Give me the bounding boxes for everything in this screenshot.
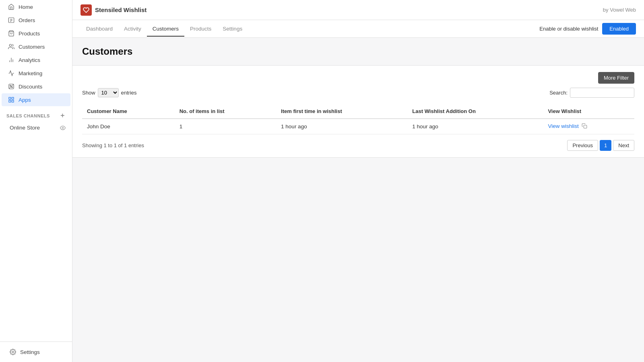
show-entries: Show 10 25 50 100 entries: [82, 88, 137, 97]
content-panel: More Filter Show 10 25 50 100 entries Se…: [72, 65, 644, 158]
col-last-addition: Last Wishlist Addition On: [407, 104, 543, 119]
col-first-time: Item first time in wishlist: [276, 104, 407, 119]
pagination-controls: Previous 1 Next: [567, 140, 634, 151]
showing-text: Showing 1 to 1 of 1 entries: [82, 142, 144, 148]
wishlist-toggle-label: Enable or disable wishlist: [539, 26, 598, 32]
pagination-row: Showing 1 to 1 of 1 entries Previous 1 N…: [82, 140, 634, 151]
customers-icon: [8, 43, 14, 50]
svg-rect-16: [12, 100, 14, 102]
previous-button[interactable]: Previous: [567, 140, 598, 151]
sidebar-bottom: Settings: [0, 341, 72, 362]
sidebar-label-home: Home: [19, 4, 33, 10]
sidebar-label-marketing: Marketing: [19, 70, 42, 76]
tab-activity[interactable]: Activity: [118, 22, 147, 37]
analytics-icon: [8, 57, 14, 63]
home-icon: [8, 4, 14, 10]
products-icon: [8, 30, 14, 37]
sidebar-item-online-store[interactable]: Online Store: [0, 121, 72, 134]
svg-rect-0: [8, 18, 14, 23]
wishlist-toggle: Enable or disable wishlist Enabled: [539, 23, 636, 35]
more-filter-button[interactable]: More Filter: [598, 72, 634, 84]
eye-svg: [60, 125, 66, 131]
table-row: John Doe 1 1 hour ago 1 hour ago View wi…: [82, 119, 634, 134]
search-label: Search:: [549, 90, 568, 96]
content-area: Customers More Filter Show 10 25 50 100 …: [72, 38, 644, 362]
copy-svg: [582, 123, 587, 129]
entries-select[interactable]: 10 25 50 100: [98, 88, 119, 97]
svg-line-11: [9, 84, 14, 89]
sidebar-label-apps: Apps: [19, 97, 31, 103]
col-customer-name: Customer Name: [82, 104, 175, 119]
page-header: Customers: [72, 38, 644, 61]
search-bar: Search:: [549, 88, 634, 98]
svg-point-18: [12, 351, 14, 353]
sidebar-item-home[interactable]: Home: [2, 0, 70, 13]
sidebar-label-products: Products: [19, 31, 40, 37]
more-filter-row: More Filter: [82, 72, 634, 84]
tabs: Dashboard Activity Customers Products Se…: [80, 22, 248, 36]
svg-point-17: [62, 128, 64, 129]
discounts-icon: [8, 83, 14, 90]
topbar-by-text: by Vowel Web: [603, 7, 636, 13]
tab-dashboard[interactable]: Dashboard: [80, 22, 118, 37]
next-button[interactable]: Next: [613, 140, 634, 151]
page-title: Customers: [82, 46, 634, 57]
topbar: Stensiled Wishlist by Vowel Web: [72, 0, 644, 20]
sidebar-label-customers: Customers: [19, 44, 45, 50]
svg-point-10: [12, 87, 13, 88]
view-wishlist-link[interactable]: View wishlist: [548, 123, 578, 129]
show-label: Show: [82, 90, 95, 96]
sidebar-label-analytics: Analytics: [19, 57, 40, 63]
sidebar-item-apps[interactable]: Apps: [2, 93, 70, 106]
svg-rect-14: [12, 97, 14, 99]
svg-rect-13: [9, 97, 11, 99]
sidebar-item-products[interactable]: Products: [2, 27, 70, 40]
cell-customer-name: John Doe: [82, 119, 175, 134]
sidebar-item-discounts[interactable]: Discounts: [2, 80, 70, 93]
col-items-count: No. of items in list: [175, 104, 276, 119]
tab-products[interactable]: Products: [184, 22, 217, 37]
brand-name: Stensiled Wishlist: [95, 6, 147, 13]
copy-icon[interactable]: [582, 123, 587, 130]
sidebar-label-discounts: Discounts: [19, 84, 42, 90]
tabbar: Dashboard Activity Customers Products Se…: [72, 20, 644, 38]
tab-customers[interactable]: Customers: [147, 22, 184, 37]
tab-settings[interactable]: Settings: [217, 22, 248, 37]
brand-logo-icon: [83, 7, 89, 13]
col-view-wishlist: View Wishlist: [543, 104, 634, 119]
svg-rect-15: [9, 100, 11, 102]
page-1-button[interactable]: 1: [600, 140, 611, 151]
settings-label: Settings: [20, 349, 40, 355]
sidebar-label-orders: Orders: [19, 17, 35, 23]
marketing-icon: [8, 70, 14, 76]
app-brand: Stensiled Wishlist: [80, 4, 147, 16]
entries-label: entries: [121, 90, 137, 96]
brand-logo: [80, 4, 92, 16]
eye-icon[interactable]: [60, 124, 66, 131]
svg-rect-19: [584, 125, 587, 128]
sidebar-item-analytics[interactable]: Analytics: [2, 53, 70, 66]
customers-table: Customer Name No. of items in list Item …: [82, 104, 634, 134]
sales-channels-header: SALES CHANNELS ＋: [0, 107, 72, 121]
svg-point-5: [9, 44, 11, 46]
svg-point-9: [10, 85, 11, 86]
cell-items-count: 1: [175, 119, 276, 134]
cell-first-time: 1 hour ago: [276, 119, 407, 134]
cell-last-addition: 1 hour ago: [407, 119, 543, 134]
sidebar-nav: Home Orders Products Customers Analytics…: [0, 0, 72, 341]
top-controls: Show 10 25 50 100 entries Search:: [82, 88, 634, 98]
main-content: Stensiled Wishlist by Vowel Web Dashboar…: [72, 0, 644, 362]
sidebar-item-marketing[interactable]: Marketing: [2, 67, 70, 80]
sidebar-item-orders[interactable]: Orders: [2, 14, 70, 27]
settings-icon: [10, 349, 16, 355]
sidebar: Home Orders Products Customers Analytics…: [0, 0, 72, 362]
orders-icon: [8, 17, 14, 23]
enabled-button[interactable]: Enabled: [602, 23, 636, 35]
apps-icon: [8, 97, 14, 103]
search-input[interactable]: [570, 88, 634, 98]
cell-view-wishlist: View wishlist: [543, 119, 634, 134]
sidebar-item-customers[interactable]: Customers: [2, 40, 70, 53]
add-sales-channel-icon[interactable]: ＋: [59, 111, 66, 120]
sidebar-item-settings[interactable]: Settings: [3, 346, 69, 358]
